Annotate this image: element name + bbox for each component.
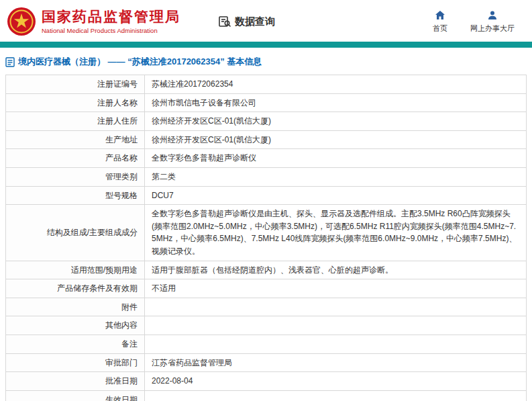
page-title-row: 境内医疗器械（注册） —— “苏械注准20172062354” 基本信息 (0, 48, 532, 75)
row-value (145, 335, 527, 353)
nav-service-hall[interactable]: 网上办事大厅 (470, 10, 515, 34)
row-value: 徐州经济开发区C区-01(凯信大厦) (145, 112, 527, 131)
row-value (145, 390, 527, 401)
row-value: 全数字彩色多普勒超声诊断仪是由主机、探头、显示器及选配件组成。主配3.5MHz … (145, 205, 527, 261)
page-title: 境内医疗器械（注册） —— “苏械注准20172062354” 基本信息 (18, 56, 262, 68)
row-label: 管理类别 (6, 167, 145, 186)
row-label: 注册人住所 (6, 112, 145, 131)
row-label: 生效日期 (6, 390, 145, 401)
table-row: 备注 (6, 335, 527, 353)
org-name-en: National Medical Products Administration (42, 27, 180, 34)
row-label: 产品储存条件及有效期 (6, 279, 145, 298)
row-value: 徐州市凯信电子设备有限公司 (145, 93, 527, 112)
row-label: 注册人名称 (6, 93, 145, 112)
row-value: 不适用 (145, 279, 527, 298)
header-left: 国家药品监督管理局 National Medical Products Admi… (7, 7, 275, 36)
row-label: 结构及组成/主要组成成分 (6, 205, 145, 261)
nav-service-hall-label: 网上办事大厅 (470, 24, 515, 34)
row-label: 适用范围/预期用途 (6, 261, 145, 279)
row-value: 适用于腹部脏器（包括经阴道腔内）、浅表器官、心脏的超声诊断。 (145, 261, 527, 279)
table-row: 审批部门 江苏省药品监督管理局 (6, 353, 527, 372)
registration-info-table: 注册证编号 苏械注准20172062354 注册人名称 徐州市凯信电子设备有限公… (5, 75, 527, 401)
person-icon (487, 10, 498, 21)
row-value (145, 316, 527, 335)
document-icon (5, 57, 15, 67)
table-row: 产品储存条件及有效期 不适用 (6, 279, 527, 298)
row-label: 审批部门 (6, 353, 145, 372)
row-label: 生产地址 (6, 130, 145, 149)
table-row: 适用范围/预期用途 适用于腹部脏器（包括经阴道腔内）、浅表器官、心脏的超声诊断。 (6, 261, 527, 279)
row-value: DCU7 (145, 186, 527, 205)
row-label: 附件 (6, 298, 145, 316)
table-row: 管理类别 第二类 (6, 167, 527, 186)
row-value (145, 298, 527, 316)
table-row: 批准日期 2022-08-04 (6, 372, 527, 391)
row-value: 2022-08-04 (145, 372, 527, 391)
table-row: 型号规格 DCU7 (6, 186, 527, 205)
nav-home-label: 首页 (433, 24, 447, 34)
row-value: 江苏省药品监督管理局 (145, 353, 527, 372)
row-value: 徐州经济开发区C区-01(凯信大厦) (145, 130, 527, 149)
row-value: 全数字彩色多普勒超声诊断仪 (145, 149, 527, 168)
table-row: 附件 (6, 298, 527, 316)
org-name-cn: 国家药品监督管理局 (42, 9, 180, 25)
row-label: 其他内容 (6, 316, 145, 335)
row-value: 第二类 (145, 167, 527, 186)
table-row: 注册证编号 苏械注准20172062354 (6, 75, 527, 94)
row-label: 注册证编号 (6, 75, 145, 94)
home-icon (435, 10, 445, 21)
teal-divider-bar (0, 42, 532, 48)
table-row: 注册人住所 徐州经济开发区C区-01(凯信大厦) (6, 112, 527, 131)
table-row: 生效日期 (6, 390, 527, 401)
site-header: 国家药品监督管理局 National Medical Products Admi… (0, 0, 532, 42)
table-row: 生产地址 徐州经济开发区C区-01(凯信大厦) (6, 130, 527, 149)
data-query-label: 数据查询 (235, 15, 275, 28)
table-row: 结构及组成/主要组成成分 全数字彩色多普勒超声诊断仪是由主机、探头、显示器及选配… (6, 205, 527, 261)
row-value: 苏械注准20172062354 (145, 75, 527, 94)
row-label: 产品名称 (6, 149, 145, 168)
row-label: 型号规格 (6, 186, 145, 205)
table-row: 其他内容 (6, 316, 527, 335)
table-row: 注册人名称 徐州市凯信电子设备有限公司 (6, 93, 527, 112)
data-query-icon (218, 15, 231, 28)
nav-home[interactable]: 首页 (433, 10, 447, 34)
table-row: 产品名称 全数字彩色多普勒超声诊断仪 (6, 149, 527, 168)
nav-data-query[interactable]: 数据查询 (218, 15, 275, 28)
row-label: 批准日期 (6, 372, 145, 391)
org-names: 国家药品监督管理局 National Medical Products Admi… (42, 9, 180, 34)
row-label: 备注 (6, 335, 145, 353)
nmpa-emblem-icon (7, 7, 36, 36)
header-right: 首页 网上办事大厅 (433, 10, 523, 34)
